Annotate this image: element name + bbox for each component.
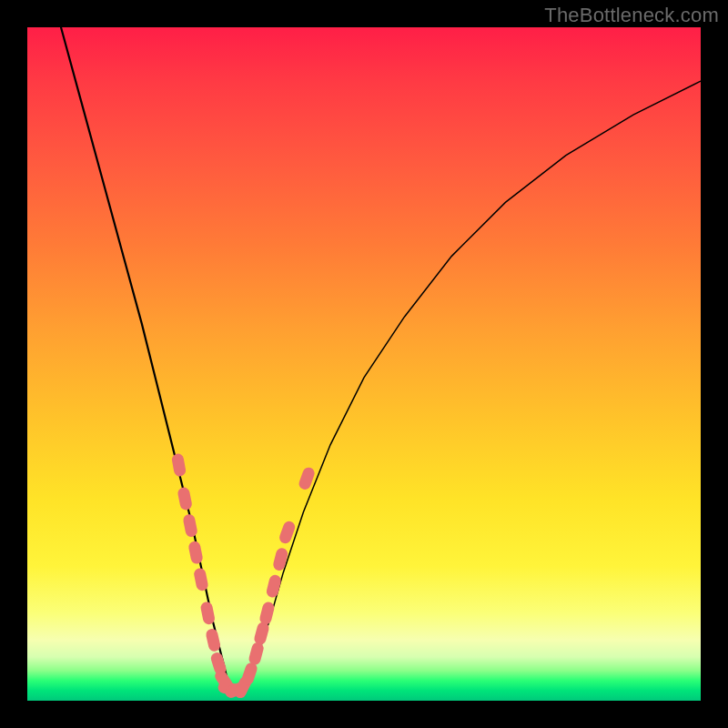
highlight-dot [279, 554, 282, 565]
highlight-dot [248, 669, 251, 679]
highlight-dot [177, 460, 179, 470]
bottleneck-curve-right [229, 81, 701, 687]
highlight-dot [286, 527, 289, 537]
highlight-dot [184, 493, 186, 504]
highlight-dot [255, 648, 258, 659]
highlight-dot [305, 473, 308, 483]
watermark-text: TheBottleneck.com [544, 4, 719, 27]
highlight-dot [195, 547, 197, 558]
highlight-dot [272, 581, 275, 592]
highlight-dot [212, 635, 215, 646]
chart-stage: TheBottleneck.com [0, 0, 728, 728]
highlight-dot [260, 628, 263, 639]
bottleneck-curve-left [61, 27, 243, 687]
plot-svg [27, 27, 701, 701]
highlight-dot [189, 521, 191, 531]
highlight-dot [266, 608, 268, 619]
plot-area [27, 27, 701, 701]
highlight-dot [207, 608, 208, 619]
highlight-dot [200, 574, 202, 585]
highlight-dot [217, 659, 220, 669]
